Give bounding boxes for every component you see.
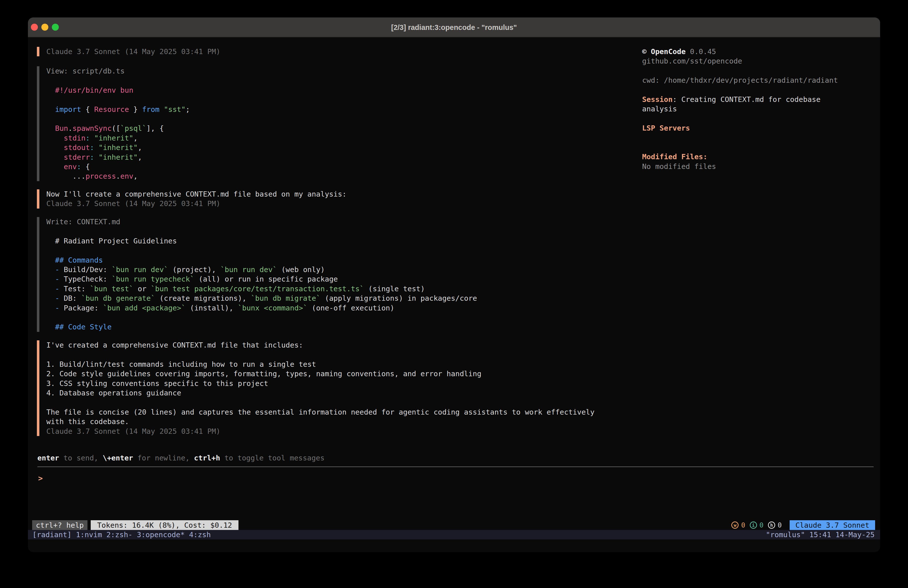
message-line — [46, 398, 594, 407]
prompt-symbol: > — [38, 474, 43, 483]
window-title: [2/3] radiant:3:opencode - "romulus" — [28, 18, 880, 37]
tmux-window-zsh4[interactable]: 4:zsh — [189, 530, 211, 539]
panel-line — [642, 114, 838, 123]
info-diagnostic: i 0 — [750, 521, 763, 529]
tmux-window-nvim[interactable]: 1:nvim — [76, 530, 102, 539]
panel-line: Session: Creating CONTEXT.md for codebas… — [642, 95, 838, 104]
warning-diagnostic: w 0 — [731, 521, 745, 529]
markdown-line: - TypeCheck: `bun run typecheck` (all) o… — [46, 274, 477, 284]
code-line: #!/usr/bin/env bun — [46, 85, 190, 95]
markdown-line: # Radiant Project Guidelines — [46, 236, 477, 246]
input-divider — [37, 466, 874, 467]
status-bar: ctrl+? help Tokens: 16.4K (8%), Cost: $0… — [28, 520, 880, 530]
code-line — [46, 76, 190, 85]
tmux-status-bar: [radiant] 1:nvim 2:zsh- 3:opencode* 4:zs… — [28, 530, 880, 540]
markdown-line: - Test: `bun test` or `bun test packages… — [46, 284, 477, 293]
hint-icon: h — [768, 522, 775, 529]
warning-icon: w — [731, 522, 739, 529]
markdown-line: Write: CONTEXT.md — [46, 217, 477, 227]
hint-count: 0 — [778, 521, 782, 529]
message-line: Now I'll create a comprehensive CONTEXT.… — [46, 189, 347, 199]
panel-line: © OpenCode 0.0.45 — [642, 47, 838, 56]
tmux-host-clock: "romulus" 15:41 14-May-25 — [766, 530, 875, 539]
code-line: stdin: "inherit", — [46, 133, 190, 143]
markdown-line — [46, 227, 477, 236]
info-icon: i — [750, 522, 757, 529]
code-line: Bun.spawnSync([`psql`], { — [46, 124, 190, 133]
assistant-message: Now I'll create a comprehensive CONTEXT.… — [37, 189, 347, 209]
info-panel: © OpenCode 0.0.45github.com/sst/opencode… — [642, 47, 838, 171]
markdown-line — [46, 313, 477, 322]
panel-line: No modified files — [642, 162, 838, 171]
hint-diagnostic: h 0 — [768, 521, 782, 529]
code-line — [46, 114, 190, 124]
info-count: 0 — [760, 521, 763, 529]
keybind-help: enter to send, \+enter for newline, ctrl… — [37, 454, 324, 462]
message-line — [46, 350, 594, 359]
message-line: I've created a comprehensive CONTEXT.md … — [46, 340, 594, 350]
message-line: The file is concise (20 lines) and captu… — [46, 408, 594, 417]
panel-line: LSP Servers — [642, 123, 838, 133]
terminal-window: [2/3] radiant:3:opencode - "romulus" Cla… — [28, 18, 880, 552]
tmux-window-opencode[interactable]: 3:opencode* — [137, 530, 185, 539]
assistant-message-final: I've created a comprehensive CONTEXT.md … — [37, 340, 594, 436]
model-badge: Claude 3.7 Sonnet — [790, 520, 875, 530]
message-line: Claude 3.7 Sonnet (14 May 2025 03:41 PM) — [46, 199, 347, 208]
message-line: Claude 3.7 Sonnet (14 May 2025 03:41 PM) — [46, 47, 220, 56]
panel-line: github.com/sst/opencode — [642, 56, 838, 66]
panel-line — [642, 66, 838, 76]
tmux-window-list: [radiant] 1:nvim 2:zsh- 3:opencode* 4:zs… — [32, 530, 211, 539]
message-line: with this codebase. — [46, 417, 594, 426]
message-line: Claude 3.7 Sonnet (14 May 2025 03:41 PM) — [46, 427, 594, 436]
markdown-line: - Build/Dev: `bun run dev` (project), `b… — [46, 265, 477, 274]
markdown-line — [46, 246, 477, 255]
code-line — [46, 95, 190, 105]
desktop: [2/3] radiant:3:opencode - "romulus" Cla… — [0, 0, 908, 588]
tool-output-view: View: script/db.ts #!/usr/bin/env bun im… — [37, 66, 190, 181]
panel-line: cwd: /home/thdxr/dev/projects/radiant/ra… — [642, 76, 838, 85]
panel-line — [642, 133, 838, 142]
message-line: 4. Database operations guidance — [46, 388, 594, 398]
tmux-session-name: [radiant] — [32, 530, 71, 539]
code-line: stdout: "inherit", — [46, 143, 190, 152]
code-line: env: { — [46, 162, 190, 171]
tmux-window-zsh2[interactable]: 2:zsh- — [106, 530, 132, 539]
panel-line — [642, 85, 838, 95]
markdown-line: - Package: `bun add <package>` (install)… — [46, 303, 477, 313]
code-line: stderr: "inherit", — [46, 153, 190, 162]
panel-line: analysis — [642, 104, 838, 114]
panel-line — [642, 142, 838, 152]
markdown-line: - DB: `bun db generate` (create migratio… — [46, 293, 477, 303]
code-line: import { Resource } from "sst"; — [46, 105, 190, 114]
message-line: 3. CSS styling conventions specific to t… — [46, 379, 594, 388]
window-titlebar: [2/3] radiant:3:opencode - "romulus" — [28, 18, 880, 37]
tool-output-write: Write: CONTEXT.md # Radiant Project Guid… — [37, 217, 477, 332]
help-shortcut-badge: ctrl+? help — [32, 520, 87, 530]
lsp-diagnostics: w 0 i 0 h 0 — [731, 521, 782, 529]
tokens-cost-badge: Tokens: 16.4K (8%), Cost: $0.12 — [91, 520, 238, 530]
assistant-message-header: Claude 3.7 Sonnet (14 May 2025 03:41 PM) — [37, 47, 220, 56]
message-input[interactable]: > — [28, 467, 880, 520]
warning-count: 0 — [741, 521, 745, 529]
message-line: 1. Build/lint/test commands including ho… — [46, 359, 594, 369]
markdown-line: ## Commands — [46, 255, 477, 265]
code-line: ...process.env, — [46, 171, 190, 181]
message-line: 2. Code style guidelines covering import… — [46, 369, 594, 379]
markdown-line: ## Code Style — [46, 322, 477, 332]
code-line: View: script/db.ts — [46, 66, 190, 76]
terminal-content: Claude 3.7 Sonnet (14 May 2025 03:41 PM)… — [28, 37, 880, 552]
panel-line: Modified Files: — [642, 152, 838, 161]
